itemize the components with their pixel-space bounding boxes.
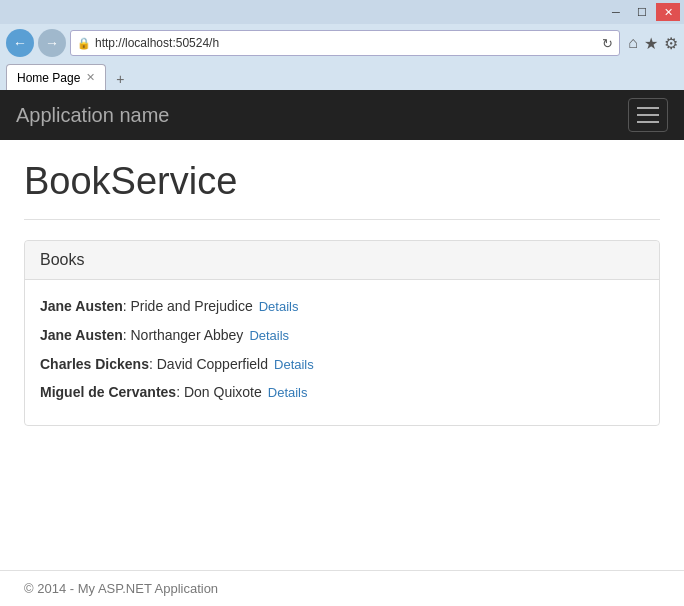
book-author: Jane Austen (40, 298, 123, 314)
hamburger-line-3 (637, 121, 659, 123)
book-details-link[interactable]: Details (259, 299, 299, 314)
browser-toolbar: ⌂ ★ ⚙ (628, 34, 678, 53)
book-title: : Don Quixote (176, 384, 262, 400)
address-text: http://localhost:50524/h (95, 36, 598, 50)
footer-text: © 2014 - My ASP.NET Application (24, 581, 218, 596)
address-input-wrap[interactable]: 🔒 http://localhost:50524/h ↻ (70, 30, 620, 56)
book-item: Miguel de Cervantes: Don QuixoteDetails (40, 381, 644, 404)
book-author: Miguel de Cervantes (40, 384, 176, 400)
address-bar: ← → 🔒 http://localhost:50524/h ↻ ⌂ ★ ⚙ (0, 24, 684, 62)
navbar-brand: Application name (16, 104, 169, 127)
tab-bar: Home Page ✕ + (0, 62, 684, 90)
panel-heading: Books (25, 241, 659, 280)
forward-button[interactable]: → (38, 29, 66, 57)
book-item: Jane Austen: Northanger AbbeyDetails (40, 324, 644, 347)
home-icon[interactable]: ⌂ (628, 34, 638, 52)
close-button[interactable]: ✕ (656, 3, 680, 21)
settings-icon[interactable]: ⚙ (664, 34, 678, 53)
active-tab[interactable]: Home Page ✕ (6, 64, 106, 90)
book-title: : Pride and Prejudice (123, 298, 253, 314)
books-panel: Books Jane Austen: Pride and PrejudiceDe… (24, 240, 660, 426)
book-details-link[interactable]: Details (274, 357, 314, 372)
book-details-link[interactable]: Details (249, 328, 289, 343)
footer: © 2014 - My ASP.NET Application (0, 570, 684, 606)
book-author: Jane Austen (40, 327, 123, 343)
hamburger-line-2 (637, 114, 659, 116)
page-heading: BookService (24, 160, 660, 203)
book-item: Charles Dickens: David CopperfieldDetail… (40, 353, 644, 376)
favorites-icon[interactable]: ★ (644, 34, 658, 53)
panel-body: Jane Austen: Pride and PrejudiceDetailsJ… (25, 280, 659, 425)
hamburger-line-1 (637, 107, 659, 109)
back-button[interactable]: ← (6, 29, 34, 57)
minimize-button[interactable]: ─ (604, 3, 628, 21)
hamburger-menu[interactable] (628, 98, 668, 132)
book-author: Charles Dickens (40, 356, 149, 372)
book-title: : Northanger Abbey (123, 327, 244, 343)
main-content: BookService Books Jane Austen: Pride and… (0, 140, 684, 570)
window-chrome: ─ ☐ ✕ ← → 🔒 http://localhost:50524/h ↻ ⌂… (0, 0, 684, 90)
maximize-button[interactable]: ☐ (630, 3, 654, 21)
book-item: Jane Austen: Pride and PrejudiceDetails (40, 295, 644, 318)
title-bar: ─ ☐ ✕ (0, 0, 684, 24)
tab-label: Home Page (17, 71, 80, 85)
app-wrapper: Application name BookService Books Jane … (0, 90, 684, 606)
refresh-button[interactable]: ↻ (602, 36, 613, 51)
book-title: : David Copperfield (149, 356, 268, 372)
navbar: Application name (0, 90, 684, 140)
book-details-link[interactable]: Details (268, 385, 308, 400)
tab-close-button[interactable]: ✕ (86, 71, 95, 84)
divider (24, 219, 660, 220)
new-tab-button[interactable]: + (108, 68, 132, 90)
address-icon: 🔒 (77, 37, 91, 50)
